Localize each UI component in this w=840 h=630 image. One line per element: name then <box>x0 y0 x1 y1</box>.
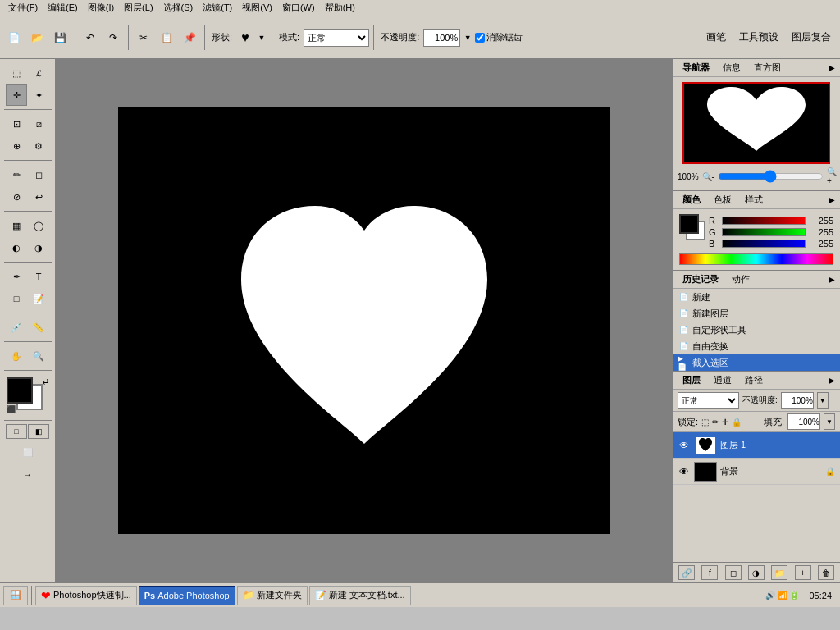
new-file-btn[interactable]: 📄 <box>3 27 25 48</box>
tab-channels[interactable]: 通道 <box>709 372 737 388</box>
zoom-tool[interactable]: 🔍 <box>28 345 49 367</box>
move-tool[interactable]: ✛ <box>6 84 27 106</box>
patch-tool[interactable]: ⚙ <box>28 135 49 157</box>
notes-tool[interactable]: 📝 <box>28 288 49 309</box>
opacity-input[interactable] <box>781 392 814 409</box>
lock-pixels-icon[interactable]: ✏ <box>712 418 719 427</box>
taskbar-folder-btn[interactable]: 📁 新建文件夹 <box>237 586 308 605</box>
default-colors-btn[interactable]: ⬛ <box>7 405 16 413</box>
standard-mode-btn[interactable]: □ <box>6 424 27 439</box>
menu-filter[interactable]: 滤镜(T) <box>198 0 237 16</box>
color-g-slider[interactable] <box>723 231 805 237</box>
redo-btn[interactable]: ↷ <box>103 27 124 48</box>
shape-preview[interactable]: ♥ <box>236 29 254 47</box>
tab-history[interactable]: 历史记录 <box>678 272 724 287</box>
layer-adj-btn[interactable]: ◑ <box>748 565 765 580</box>
start-button[interactable]: 🪟 <box>3 586 28 605</box>
history-item-0[interactable]: 📄 新建 <box>673 289 840 305</box>
history-item-3[interactable]: 📄 自由变换 <box>673 338 840 354</box>
lasso-tool[interactable]: 𝓛 <box>28 62 49 84</box>
tab-actions[interactable]: 动作 <box>727 272 755 287</box>
tab-navigator[interactable]: 导航器 <box>678 60 714 75</box>
dodge-tool[interactable]: ◐ <box>6 237 27 258</box>
canvas[interactable] <box>118 107 610 534</box>
jump-to-btn[interactable]: → <box>7 463 49 485</box>
menu-file[interactable]: 文件(F) <box>3 0 43 16</box>
color-r-slider[interactable] <box>723 219 805 226</box>
layer-link-btn[interactable]: 🔗 <box>678 565 695 580</box>
fill-input[interactable] <box>788 413 820 430</box>
opacity-input[interactable] <box>423 29 460 47</box>
tab-color[interactable]: 颜色 <box>678 192 705 208</box>
save-btn[interactable]: 💾 <box>49 27 71 48</box>
navigator-options-btn[interactable]: ▶ <box>829 63 835 72</box>
measure-tool[interactable]: 📏 <box>28 317 49 338</box>
text-tool[interactable]: T <box>28 266 49 287</box>
cut-btn[interactable]: ✂ <box>133 27 154 48</box>
tab-paths[interactable]: 路径 <box>740 372 768 388</box>
color-fg-swatch[interactable] <box>679 214 699 234</box>
tab-info[interactable]: 信息 <box>718 60 746 75</box>
tab-histogram[interactable]: 直方图 <box>749 60 786 75</box>
fg-color-swatch[interactable] <box>7 377 33 404</box>
opacity-dropdown-btn[interactable]: ▼ <box>462 27 473 48</box>
taskbar-quick-btn[interactable]: ❤ Photoshop快速制... <box>35 586 137 605</box>
history-brush[interactable]: ↩ <box>28 186 49 208</box>
color-options-btn[interactable]: ▶ <box>829 195 835 204</box>
brush-presets-btn[interactable]: 画笔 <box>701 27 732 48</box>
shape-dropdown-btn[interactable]: ▼ <box>256 27 267 48</box>
paste-btn[interactable]: 📌 <box>179 27 200 48</box>
color-b-slider[interactable] <box>723 242 805 249</box>
nav-zoom-out-icon[interactable]: 🔍- <box>702 172 714 181</box>
menu-view[interactable]: 视图(V) <box>237 0 277 16</box>
brush-tool[interactable]: ✏ <box>6 164 27 185</box>
nav-zoom-slider[interactable] <box>718 170 824 183</box>
tab-swatches[interactable]: 色板 <box>709 192 737 208</box>
screen-mode-btn[interactable]: ⬜ <box>7 441 49 463</box>
taskbar-ps-btn[interactable]: Ps Adobe Photoshop <box>139 586 235 605</box>
layer-mask-btn[interactable]: ◻ <box>725 565 742 580</box>
crop-tool[interactable]: ⊡ <box>6 113 27 135</box>
slice-tool[interactable]: ⧄ <box>28 113 49 135</box>
history-options-btn[interactable]: ▶ <box>829 275 835 284</box>
gradient-tool[interactable]: ▦ <box>6 215 27 236</box>
layer-vis-1[interactable]: 👁 <box>678 465 691 478</box>
pen-tool[interactable]: ✒ <box>6 266 27 287</box>
tab-layers[interactable]: 图层 <box>678 372 705 388</box>
menu-image[interactable]: 图像(I) <box>83 0 119 16</box>
stamp-tool[interactable]: ⊘ <box>6 186 27 208</box>
menu-help[interactable]: 帮助(H) <box>320 0 360 16</box>
layers-options-btn[interactable]: ▶ <box>829 376 835 385</box>
menu-window[interactable]: 窗口(W) <box>277 0 320 16</box>
opacity-dropdown-btn[interactable]: ▼ <box>817 392 829 409</box>
open-btn[interactable]: 📂 <box>26 27 48 48</box>
magic-wand-tool[interactable]: ✦ <box>28 84 49 106</box>
mode-select[interactable]: 正常 <box>304 29 369 47</box>
taskbar-notepad-btn[interactable]: 📝 新建 文本文档.txt... <box>309 586 411 605</box>
eraser-tool[interactable]: ◻ <box>28 164 49 185</box>
tab-styles[interactable]: 样式 <box>740 192 768 208</box>
hand-tool[interactable]: ✋ <box>6 345 27 367</box>
new-layer-btn[interactable]: + <box>795 565 811 580</box>
delete-layer-btn[interactable]: 🗑 <box>818 565 834 580</box>
color-spectrum[interactable] <box>679 253 833 265</box>
copy-btn[interactable]: 📋 <box>156 27 177 48</box>
menu-select[interactable]: 选择(S) <box>158 0 199 16</box>
undo-btn[interactable]: ↶ <box>80 27 101 48</box>
lock-transparent-icon[interactable]: ⬚ <box>701 418 709 427</box>
layer-item-1[interactable]: 👁 背景 🔒 <box>673 459 840 485</box>
marquee-tool[interactable]: ⬚ <box>6 62 27 84</box>
swap-colors-btn[interactable]: ⇄ <box>43 377 49 386</box>
antialias-checkbox[interactable] <box>475 33 485 43</box>
antialias-checkbox-label[interactable]: 消除锯齿 <box>475 31 523 43</box>
layer-fx-btn[interactable]: f <box>701 565 718 580</box>
layer-vis-0[interactable]: 👁 <box>678 439 691 452</box>
eyedropper-tool[interactable]: 💉 <box>6 317 27 338</box>
blend-mode-select[interactable]: 正常 <box>678 392 739 409</box>
nav-zoom-in-icon[interactable]: 🔍+ <box>827 167 837 185</box>
quick-mask-btn[interactable]: ◧ <box>28 424 49 439</box>
layer-group-btn[interactable]: 📁 <box>771 565 788 580</box>
fill-dropdown-btn[interactable]: ▼ <box>824 413 835 430</box>
lock-all-icon[interactable]: 🔒 <box>732 418 742 427</box>
layer-comps-btn[interactable]: 图层复合 <box>786 27 837 48</box>
